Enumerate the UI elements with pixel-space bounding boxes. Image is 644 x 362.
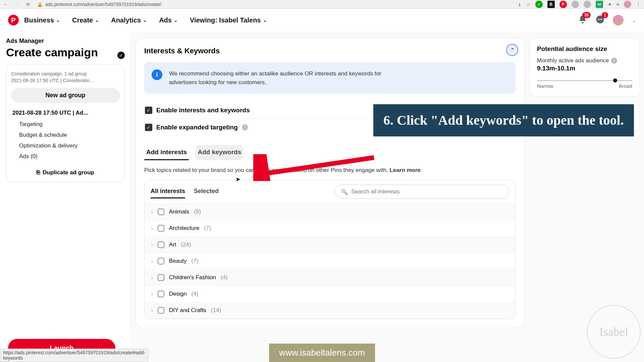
checkbox-unchecked[interactable]	[158, 208, 164, 215]
audience-slider	[537, 80, 632, 81]
ptab-selected[interactable]: Selected	[194, 185, 219, 198]
notifications-button[interactable]: 35	[578, 15, 587, 25]
chevron-right-icon[interactable]: ›	[151, 308, 153, 313]
menu-icon[interactable]: ⋮	[636, 2, 641, 7]
chevron-right-icon[interactable]: ›	[151, 226, 153, 231]
sidebar-item-optimization[interactable]: Optimization & delivery	[11, 140, 120, 151]
reading-list-icon[interactable]: ≡	[616, 2, 619, 7]
learn-more-link[interactable]: Learn more	[389, 167, 421, 173]
nav-analytics[interactable]: Analytics⌄	[111, 16, 147, 24]
audience-value: 9.13m-10.1m	[537, 65, 632, 72]
tutorial-arrow-icon	[253, 154, 377, 181]
msg-badge: 1	[602, 12, 608, 18]
sidebar-item-ads[interactable]: Ads (0)	[11, 151, 120, 162]
collapse-button[interactable]: ⌃	[506, 44, 518, 56]
slider-thumb	[613, 78, 617, 82]
chevron-right-icon[interactable]: ›	[151, 209, 153, 215]
forward-icon[interactable]: →	[15, 2, 19, 7]
svg-point-1	[598, 19, 599, 20]
ext-globe-icon[interactable]	[584, 1, 591, 8]
chevron-down-icon: ⌄	[263, 17, 267, 23]
account-chevron-icon[interactable]: ⌄	[632, 17, 636, 23]
help-icon[interactable]: i	[611, 58, 617, 64]
sidebar-item-targeting[interactable]: Targeting	[11, 119, 120, 130]
nav-create[interactable]: Create⌄	[72, 16, 99, 24]
ext-pinterest-icon[interactable]: P	[559, 1, 567, 8]
sidebar-item-budget[interactable]: Budget & schedule	[11, 130, 120, 140]
chevron-right-icon[interactable]: ›	[151, 275, 153, 280]
new-adgroup-button[interactable]: New ad group	[11, 88, 120, 103]
nav-business[interactable]: Business⌄	[24, 16, 60, 24]
user-avatar[interactable]	[613, 15, 624, 25]
card-title: Interests & Keywords	[144, 47, 516, 55]
checkbox-unchecked[interactable]	[158, 258, 164, 264]
duplicate-adgroup-button[interactable]: ⎘ Duplicate ad group	[11, 165, 120, 176]
ext-94-icon[interactable]: 94	[596, 1, 603, 8]
tab-add-interests[interactable]: Add interests	[144, 145, 189, 160]
search-interests[interactable]: 🔍	[335, 185, 509, 199]
tab-add-keywords[interactable]: Add keywords	[196, 145, 243, 160]
chevron-down-icon: ⌄	[143, 17, 147, 23]
reload-icon[interactable]: ⟳	[26, 2, 30, 7]
interest-name: Art	[169, 241, 176, 248]
help-icon[interactable]: i	[242, 124, 248, 130]
profile-avatar[interactable]	[624, 1, 631, 8]
install-icon[interactable]: ⤓	[518, 2, 522, 7]
svg-point-3	[601, 19, 602, 20]
extensions-icon[interactable]: ✦	[608, 2, 612, 7]
search-icon: 🔍	[341, 189, 348, 195]
checkbox-unchecked[interactable]	[158, 225, 164, 232]
nav-viewing[interactable]: Viewing: Isabel Talens⌄	[190, 16, 267, 24]
checkbox-unchecked[interactable]	[158, 307, 164, 314]
interest-row[interactable]: ›Architecture(7)	[145, 220, 515, 237]
url-text[interactable]: ads.pinterest.com/advertiser/54975970191…	[45, 2, 161, 7]
interest-row[interactable]: ›Beauty(7)	[145, 253, 515, 269]
checkbox-checked-icon[interactable]: ✓	[145, 107, 152, 114]
info-text: We recommend choosing either an actalike…	[169, 69, 404, 86]
status-bar-url: https://ads.pinterest.com/advertiser/549…	[0, 349, 148, 362]
interest-count: (7)	[204, 225, 211, 232]
interest-count: (4)	[221, 274, 228, 281]
interest-row[interactable]: ›Children's Fashion(4)	[145, 269, 515, 286]
search-input[interactable]	[351, 188, 503, 195]
interest-count: (24)	[181, 241, 191, 248]
tutorial-callout: 6. Click "Add keywords" to open the tool…	[373, 104, 634, 136]
chevron-down-icon: ⌄	[95, 17, 99, 23]
ext-b-icon[interactable]: B	[547, 1, 555, 8]
svg-line-4	[260, 158, 374, 174]
interest-count: (7)	[192, 258, 199, 264]
slider-broad-label: Broad	[619, 83, 632, 89]
main-content: Interests & Keywords ⌃ i We recommend ch…	[131, 32, 644, 362]
star-icon[interactable]: ☆	[526, 2, 531, 7]
messages-button[interactable]: 1	[595, 15, 605, 25]
checkbox-unchecked[interactable]	[158, 241, 164, 248]
interest-count: (9)	[194, 208, 201, 215]
duplicate-icon: ⎘	[37, 169, 40, 176]
interest-row[interactable]: ›Art(24)	[145, 237, 515, 253]
pinterest-logo-icon[interactable]: P	[8, 15, 19, 25]
chevron-right-icon[interactable]: ›	[151, 242, 153, 247]
chevron-up-icon: ⌃	[510, 47, 515, 53]
chevron-right-icon[interactable]: ›	[151, 258, 153, 264]
interests-keywords-card: Interests & Keywords ⌃ i We recommend ch…	[135, 38, 525, 328]
ext-grammarly-icon[interactable]: ✓	[535, 1, 543, 8]
checkbox-unchecked[interactable]	[158, 274, 164, 281]
checkbox-unchecked[interactable]	[158, 291, 164, 297]
ptab-all-interests[interactable]: All interests	[151, 185, 185, 198]
website-banner: www.isabeltalens.com	[269, 344, 375, 362]
site-header: P Business⌄ Create⌄ Analytics⌄ Ads⌄ View…	[0, 9, 644, 32]
back-icon[interactable]: ←	[3, 2, 8, 7]
ext-k-icon[interactable]	[572, 1, 579, 8]
chevron-down-icon: ⌄	[56, 17, 60, 23]
adgroup-title[interactable]: 2021-08-28 17:50 UTC | Ad...	[11, 107, 120, 119]
interest-row[interactable]: ›DIY and Crafts(14)	[145, 302, 515, 319]
nav-ads[interactable]: Ads⌄	[159, 16, 178, 24]
interest-row[interactable]: ›Animals(9)	[145, 204, 515, 220]
sidebar: Ads Manager Create campaign ✓ Considerat…	[0, 32, 131, 362]
slider-narrow-label: Narrow	[537, 83, 553, 89]
campaign-meta: Consideration campaign, 1 ad group 2021-…	[11, 71, 120, 84]
chevron-right-icon[interactable]: ›	[151, 291, 153, 297]
checkbox-checked-icon[interactable]: ✓	[145, 124, 152, 131]
campaign-card: Consideration campaign, 1 ad group 2021-…	[6, 64, 125, 182]
interest-row[interactable]: ›Design(4)	[145, 286, 515, 302]
